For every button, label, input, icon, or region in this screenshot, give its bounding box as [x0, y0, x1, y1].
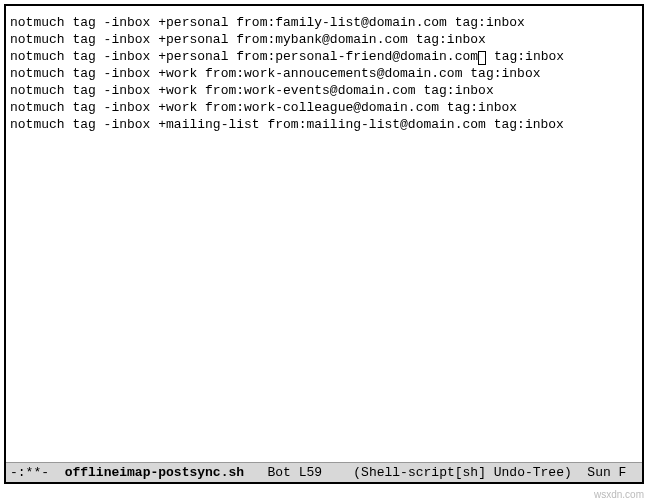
modeline-right: Sun F [587, 465, 626, 480]
watermark-text: wsxdn.com [594, 489, 644, 500]
mode-line[interactable]: -:**- offlineimap-postsync.sh Bot L59 (S… [6, 462, 642, 482]
buffer-line: notmuch tag -inbox +work from:work-colle… [10, 99, 638, 116]
buffer-line: notmuch tag -inbox +work from:work-event… [10, 82, 638, 99]
editor-window: notmuch tag -inbox +personal from:family… [4, 4, 644, 484]
modeline-line: L59 [299, 465, 322, 480]
buffer-line: notmuch tag -inbox +work from:work-annou… [10, 65, 638, 82]
text-buffer[interactable]: notmuch tag -inbox +personal from:family… [6, 6, 642, 462]
modeline-modes: (Shell-script[sh] Undo-Tree) [353, 465, 571, 480]
text-cursor [478, 51, 486, 65]
line-post-cursor: tag:inbox [486, 49, 564, 64]
modeline-position: Bot [267, 465, 290, 480]
buffer-line: notmuch tag -inbox +personal from:person… [10, 48, 638, 65]
line-pre-cursor: notmuch tag -inbox +personal from:person… [10, 49, 478, 64]
modeline-filename: offlineimap-postsync.sh [65, 465, 244, 480]
buffer-line: notmuch tag -inbox +personal from:mybank… [10, 31, 638, 48]
buffer-line: notmuch tag -inbox +personal from:family… [10, 14, 638, 31]
modeline-status: -:**- [10, 465, 49, 480]
buffer-line: notmuch tag -inbox +mailing-list from:ma… [10, 116, 638, 133]
